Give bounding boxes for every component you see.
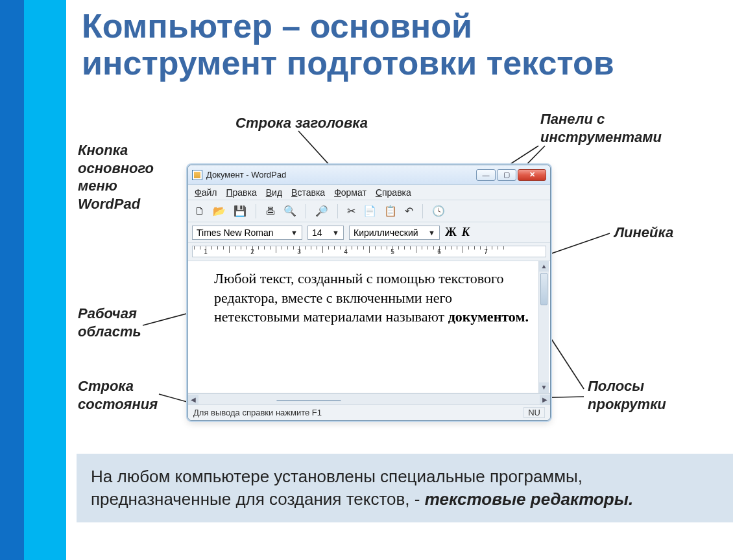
caption-emphasis: текстовые редакторы. bbox=[425, 489, 633, 509]
close-button[interactable]: ✕ bbox=[518, 169, 546, 181]
maximize-button[interactable]: ▢ bbox=[497, 169, 516, 181]
hscroll-thumb[interactable] bbox=[276, 400, 341, 401]
scroll-left-icon[interactable]: ◀ bbox=[188, 395, 199, 404]
callout-ruler: Линейка bbox=[614, 224, 673, 242]
titlebar[interactable]: Документ - WordPad — ▢ ✕ bbox=[188, 165, 550, 185]
sidebar-light-strip bbox=[24, 0, 66, 560]
callout-main-menu: Кнопкаосновного менюWordPad bbox=[78, 141, 188, 213]
sidebar-dark-strip bbox=[0, 0, 24, 560]
menu-help[interactable]: Справка bbox=[376, 187, 411, 198]
title-line-1: Компьютер – основной bbox=[82, 7, 472, 45]
open-icon[interactable]: 📂 bbox=[213, 205, 226, 217]
vertical-scrollbar[interactable]: ▲ ▼ bbox=[538, 261, 549, 393]
document-bold-word: документом. bbox=[448, 309, 529, 325]
ruler-strip: 1234567 bbox=[192, 246, 546, 257]
font-size-combo[interactable]: 14 ▼ bbox=[307, 226, 344, 240]
horizontal-scrollbar[interactable]: ◀ ▶ bbox=[188, 393, 550, 404]
scroll-up-icon[interactable]: ▲ bbox=[539, 261, 549, 272]
status-bar: Для вывода справки нажмите F1 NU bbox=[188, 404, 550, 420]
callout-status-bar: Строкасостояния bbox=[78, 377, 162, 413]
menu-view[interactable]: Вид bbox=[266, 187, 282, 198]
preview-icon[interactable]: 🔍 bbox=[283, 205, 296, 217]
window-title: Документ - WordPad bbox=[206, 170, 286, 180]
callout-toolbars: Панели синструментами bbox=[540, 110, 670, 146]
find-icon[interactable]: 🔎 bbox=[315, 205, 328, 217]
paste-icon[interactable]: 📋 bbox=[384, 205, 397, 217]
status-text: Для вывода справки нажмите F1 bbox=[193, 408, 322, 417]
menu-bar: Файл Правка Вид Вставка Формат Справка bbox=[188, 185, 550, 200]
vscroll-thumb[interactable] bbox=[540, 273, 547, 305]
wordpad-window: Документ - WordPad — ▢ ✕ Файл Правка Вид… bbox=[187, 165, 551, 421]
scroll-down-icon[interactable]: ▼ bbox=[539, 382, 549, 393]
status-indicator: NU bbox=[523, 407, 545, 418]
script-value: Кириллический bbox=[354, 228, 418, 238]
font-size-value: 14 bbox=[312, 228, 322, 238]
undo-icon[interactable]: ↶ bbox=[405, 205, 413, 217]
minimize-button[interactable]: — bbox=[476, 169, 496, 181]
menu-insert[interactable]: Вставка bbox=[291, 187, 325, 198]
callout-scrollbars: Полосыпрокрутки bbox=[588, 377, 672, 413]
copy-icon[interactable]: 📄 bbox=[363, 205, 376, 217]
toolbar-separator bbox=[337, 204, 338, 218]
script-combo[interactable]: Кириллический ▼ bbox=[349, 226, 440, 240]
slide-caption: На любом компьютере установлены специаль… bbox=[77, 454, 733, 522]
slide-title: Компьютер – основной инструмент подготов… bbox=[82, 8, 743, 82]
bold-button[interactable]: Ж bbox=[445, 226, 457, 239]
toolbar-separator bbox=[256, 204, 256, 218]
standard-toolbar: 🗋 📂 💾 🖶 🔍 🔎 ✂ 📄 📋 ↶ 🕓 bbox=[188, 200, 550, 222]
font-name-combo[interactable]: Times New Roman ▼ bbox=[192, 226, 302, 240]
italic-button[interactable]: К bbox=[462, 226, 470, 239]
font-name-value: Times New Roman bbox=[197, 228, 274, 238]
format-toolbar: Times New Roman ▼ 14 ▼ Кириллический ▼ Ж… bbox=[188, 222, 550, 243]
datetime-icon[interactable]: 🕓 bbox=[432, 205, 445, 217]
callout-work-area: Рабочаяобласть bbox=[78, 305, 156, 340]
ruler[interactable]: 1234567 bbox=[188, 243, 550, 261]
window-buttons: — ▢ ✕ bbox=[476, 169, 546, 181]
print-icon[interactable]: 🖶 bbox=[265, 205, 276, 217]
chevron-down-icon: ▼ bbox=[291, 229, 298, 237]
chevron-down-icon: ▼ bbox=[428, 229, 435, 237]
title-line-2: инструмент подготовки текстов bbox=[82, 44, 614, 82]
work-area[interactable]: Любой текст, созданный с помощью текстов… bbox=[188, 261, 550, 393]
svg-line-7 bbox=[550, 337, 584, 389]
menu-file[interactable]: Файл bbox=[195, 187, 217, 198]
wordpad-app-icon bbox=[192, 170, 202, 180]
menu-edit[interactable]: Правка bbox=[226, 187, 256, 198]
toolbar-separator bbox=[422, 204, 423, 218]
callout-title-bar: Строка заголовка bbox=[235, 114, 368, 132]
scroll-right-icon[interactable]: ▶ bbox=[540, 395, 550, 404]
menu-format[interactable]: Формат bbox=[334, 187, 367, 198]
cut-icon[interactable]: ✂ bbox=[347, 205, 355, 217]
new-icon[interactable]: 🗋 bbox=[195, 205, 205, 217]
vscroll-track[interactable] bbox=[539, 307, 549, 382]
save-icon[interactable]: 💾 bbox=[234, 205, 247, 217]
chevron-down-icon: ▼ bbox=[332, 229, 339, 237]
toolbar-separator bbox=[306, 204, 306, 218]
